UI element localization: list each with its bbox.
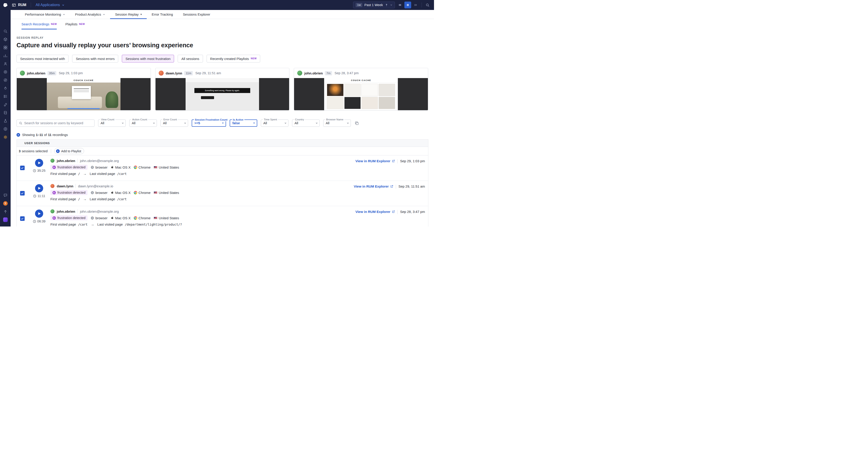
browser-name-tag[interactable]: Chrome	[134, 191, 151, 195]
browser-name-tag[interactable]: Chrome	[134, 165, 151, 169]
zoom-search-icon[interactable]	[424, 2, 431, 8]
chevron-down-icon[interactable]	[390, 4, 393, 6]
pill-most-errors[interactable]: Sessions with most errors	[72, 55, 118, 62]
last-visited-path[interactable]: /cart	[117, 197, 127, 201]
pill-most-interacted[interactable]: Sessions most interacted with	[17, 55, 68, 62]
view-in-rum-explorer-link[interactable]: View in RUM Explorer	[354, 185, 393, 188]
filter-is-active[interactable]: Is Active false	[230, 119, 257, 127]
application-selector[interactable]: All Applications	[35, 3, 64, 7]
pill-all-sessions[interactable]: All sessions	[178, 55, 203, 62]
play-session-button[interactable]	[35, 184, 43, 192]
first-visited-path[interactable]: /cart	[78, 223, 88, 226]
datadog-logo[interactable]	[0, 0, 11, 10]
divider	[51, 149, 51, 153]
filter-browser-name[interactable]: Browser Name All	[323, 119, 351, 127]
subtab-playlists[interactable]: Playlists NEW	[65, 19, 85, 29]
filter-country[interactable]: Country All	[292, 119, 320, 127]
left-sidebar: ?	[0, 10, 11, 227]
last-visited-path[interactable]: /department/lighting/product/?	[125, 223, 182, 226]
row-username[interactable]: john.obrien	[57, 209, 75, 214]
country-tag[interactable]: United States	[154, 165, 179, 169]
search-box[interactable]	[17, 119, 94, 127]
browser-name-tag[interactable]: Chrome	[134, 216, 151, 220]
session-thumbnail[interactable]: COUCH CACHE	[294, 78, 428, 110]
dashboards-icon[interactable]	[0, 44, 11, 52]
view-in-rum-explorer-link[interactable]: View in RUM Explorer	[355, 210, 395, 214]
copy-icon[interactable]	[355, 121, 359, 125]
first-visited-path[interactable]: /	[78, 197, 80, 201]
chevron-down-icon	[347, 122, 349, 124]
row-checkbox-checked[interactable]	[20, 191, 25, 196]
logs-icon[interactable]	[0, 109, 11, 117]
session-card[interactable]: john.obrien 7m Sep 28, 3:47 pm COUCH CAC…	[294, 68, 428, 110]
play-session-button[interactable]	[35, 159, 43, 167]
country-tag[interactable]: United States	[154, 216, 179, 220]
user-analytics-icon[interactable]	[0, 60, 11, 68]
help-icon[interactable]: ?	[0, 199, 11, 207]
ci-cd-icon[interactable]	[0, 76, 11, 84]
selected-count: 3	[19, 149, 21, 153]
chat-icon[interactable]	[0, 191, 11, 199]
tab-product-analytics[interactable]: Product Analytics	[70, 10, 110, 19]
last-visited-path[interactable]: /cart	[117, 172, 127, 176]
session-thumbnail[interactable]: COUCH CACHE	[17, 78, 151, 110]
pill-recent-playlists[interactable]: Recently created PlaylistsNEW	[207, 55, 260, 62]
external-link-icon	[392, 210, 395, 214]
first-visited-path[interactable]: /	[78, 172, 80, 176]
apm-icon[interactable]	[0, 68, 11, 76]
frustration-detected-tag[interactable]: frustration detected	[51, 165, 88, 170]
skip-forward-button[interactable]	[412, 2, 419, 8]
filter-error-count[interactable]: Error Count All	[160, 119, 188, 127]
search-icon[interactable]	[0, 27, 11, 35]
row-username[interactable]: dawn.lynn	[57, 184, 73, 188]
os-tag[interactable]: Mac OS X	[111, 216, 131, 220]
session-thumbnail[interactable]: Something went wrong. Please try again.	[156, 78, 289, 110]
os-tag[interactable]: Mac OS X	[111, 165, 131, 169]
replay-progress-bar	[67, 108, 100, 109]
upgrade-icon[interactable]	[0, 207, 11, 216]
caret-down-icon: ▾	[141, 13, 142, 16]
time-range-selector[interactable]: 1w Past 1 Week	[353, 2, 395, 8]
profiling-icon[interactable]	[0, 84, 11, 92]
security-icon[interactable]	[0, 125, 11, 133]
session-card[interactable]: john.obrien 35m Sep 29, 1:03 pm COUCH CA…	[17, 68, 151, 110]
add-to-playlist-button[interactable]: Add to Playlist	[54, 148, 84, 154]
filter-time-spent[interactable]: Time Spent All	[261, 119, 288, 127]
session-card[interactable]: dawn.lynn 11m Sep 29, 11:51 am Something…	[155, 68, 289, 110]
log-pipelines-icon[interactable]	[0, 92, 11, 101]
tab-error-tracking[interactable]: Error Tracking	[147, 10, 178, 19]
bits-ai-icon[interactable]	[0, 216, 11, 224]
metrics-icon[interactable]	[0, 52, 11, 60]
subtab-search-recordings[interactable]: Search Recordings NEW	[22, 19, 57, 29]
row-email: dawn.lynn@example.io	[78, 184, 113, 188]
tab-performance-monitoring[interactable]: Performance Monitoring	[20, 10, 70, 19]
pin-icon[interactable]	[385, 3, 388, 6]
synthetics-icon[interactable]	[0, 117, 11, 125]
tab-sessions-explorer[interactable]: Sessions Explorer	[178, 10, 215, 19]
pause-button[interactable]	[404, 2, 411, 8]
browser-tag[interactable]: browser	[91, 216, 107, 220]
settings-icon[interactable]	[0, 133, 11, 141]
session-duration: 11:11	[33, 194, 45, 198]
country-tag[interactable]: United States	[154, 191, 179, 195]
row-checkbox-checked[interactable]	[20, 166, 25, 170]
chevron-down-icon	[253, 122, 255, 124]
filter-action-count[interactable]: Action Count All	[129, 119, 157, 127]
play-session-button[interactable]	[35, 209, 43, 218]
frustration-detected-tag[interactable]: frustration detected	[51, 216, 88, 220]
filter-session-frustration-count[interactable]: Session Frustration Count >=5	[192, 119, 226, 127]
frustration-detected-tag[interactable]: frustration detected	[51, 190, 88, 195]
filter-view-count[interactable]: View Count All	[98, 119, 126, 127]
browser-tag[interactable]: browser	[91, 191, 107, 195]
search-input[interactable]	[24, 121, 92, 125]
os-tag[interactable]: Mac OS X	[111, 191, 131, 195]
row-username[interactable]: john.obrien	[57, 159, 75, 163]
skip-back-button[interactable]	[396, 2, 403, 8]
pill-most-frustration[interactable]: Sessions with most frustration	[122, 55, 174, 62]
infrastructure-icon[interactable]	[0, 35, 11, 44]
row-checkbox-checked[interactable]	[20, 216, 25, 221]
tab-session-replay[interactable]: Session Replay ▾	[110, 10, 147, 19]
integrations-icon[interactable]	[0, 101, 11, 109]
view-in-rum-explorer-link[interactable]: View in RUM Explorer	[355, 159, 395, 163]
browser-tag[interactable]: browser	[91, 165, 107, 169]
